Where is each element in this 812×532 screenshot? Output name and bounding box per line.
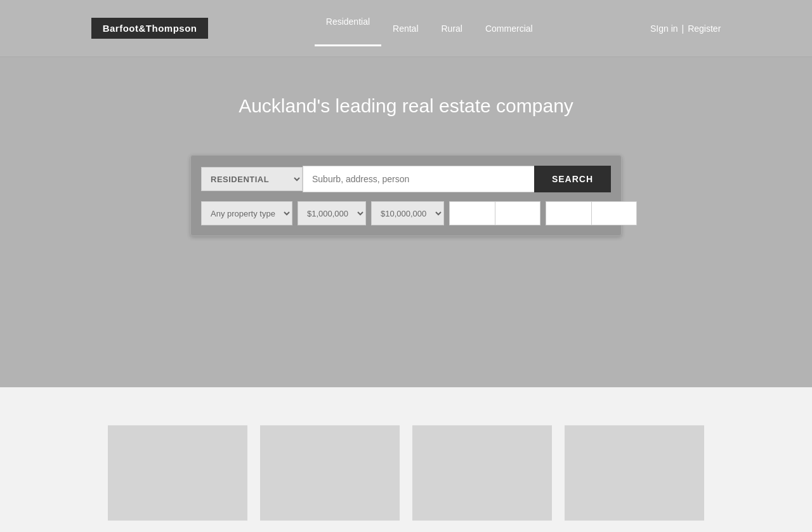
register-link[interactable]: Register [688, 23, 721, 34]
search-button[interactable]: SEARCH [534, 166, 611, 192]
listing-card[interactable] [108, 425, 247, 521]
header: Barfoot&Thompson Residential Rental Rura… [0, 0, 812, 57]
auth-separator: | [682, 23, 684, 34]
main-nav: Residential Rental Rural Commercial [315, 10, 544, 46]
auth-links: SIgn in | Register [650, 23, 721, 34]
listings-grid [51, 425, 761, 521]
nav-residential[interactable]: Residential [315, 10, 381, 46]
nav-rural[interactable]: Rural [430, 17, 474, 40]
max-bath-input[interactable]: Max bath [591, 201, 637, 225]
listing-card[interactable] [412, 425, 552, 521]
listing-card[interactable] [565, 425, 704, 521]
logo-text: Barfoot&Thompson [103, 23, 197, 34]
logo: Barfoot&Thompson [91, 18, 209, 39]
search-container: RESIDENTIAL Rental Rural Commercial SEAR… [190, 155, 622, 236]
hero-title: Auckland's leading real estate company [239, 95, 573, 117]
search-row-bottom: Any property type House Apartment Sectio… [201, 201, 611, 225]
min-bath-input[interactable]: Min bath [546, 201, 591, 225]
hero-section: Auckland's leading real estate company R… [0, 57, 812, 387]
search-input[interactable] [303, 166, 534, 192]
sign-in-link[interactable]: SIgn in [650, 23, 678, 34]
nav-commercial[interactable]: Commercial [474, 17, 544, 40]
listings-section [0, 387, 812, 532]
nav-rental[interactable]: Rental [381, 17, 429, 40]
max-bed-input[interactable]: Max bed [495, 201, 540, 225]
search-row-top: RESIDENTIAL Rental Rural Commercial SEAR… [201, 166, 611, 192]
listing-card[interactable] [260, 425, 400, 521]
property-type-select[interactable]: Any property type House Apartment Sectio… [201, 201, 292, 225]
min-bed-input[interactable]: Min bed [449, 201, 495, 225]
min-price-select[interactable]: $1,000,000 $500,000 $750,000 [298, 201, 366, 225]
search-type-select[interactable]: RESIDENTIAL Rental Rural Commercial [201, 167, 303, 191]
bed-filter-pair: Min bed Max bed [449, 201, 540, 225]
bath-filter-pair: Min bath Max bath [546, 201, 637, 225]
max-price-select[interactable]: $10,000,000 $5,000,000 $3,000,000 [371, 201, 444, 225]
